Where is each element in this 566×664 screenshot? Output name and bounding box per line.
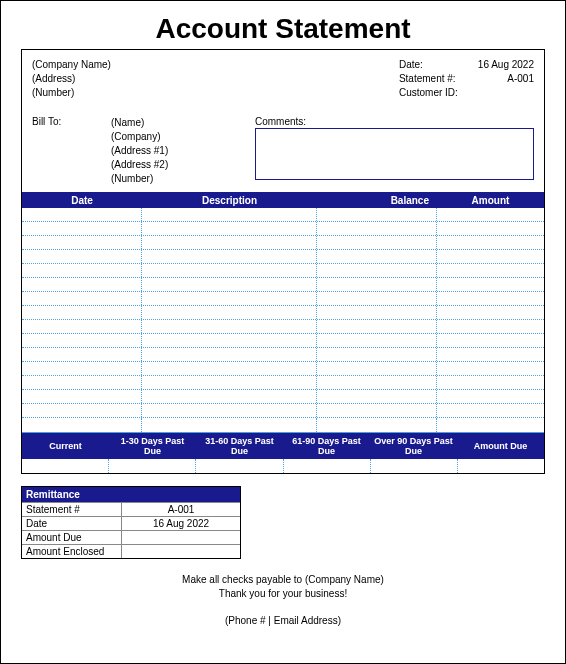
aging-cell[interactable] bbox=[196, 459, 283, 473]
ledger-cell[interactable] bbox=[437, 264, 544, 277]
ledger-cell[interactable] bbox=[22, 222, 142, 235]
comments-input[interactable] bbox=[255, 128, 534, 180]
ledger-cell[interactable] bbox=[22, 376, 142, 389]
ledger-cell[interactable] bbox=[317, 418, 437, 432]
ledger-cell[interactable] bbox=[317, 362, 437, 375]
meta-labels: Date: Statement #: Customer ID: bbox=[399, 58, 458, 100]
ledger-cell[interactable] bbox=[142, 348, 317, 361]
remit-amount-due-label: Amount Due bbox=[22, 531, 122, 544]
ledger-cell[interactable] bbox=[22, 250, 142, 263]
ledger-row bbox=[22, 348, 544, 362]
ledger-cell[interactable] bbox=[317, 278, 437, 291]
ledger-cell[interactable] bbox=[317, 320, 437, 333]
ledger-cell[interactable] bbox=[437, 306, 544, 319]
footer-payable: Make all checks payable to (Company Name… bbox=[21, 573, 545, 587]
ledger-cell[interactable] bbox=[317, 264, 437, 277]
ledger-cell[interactable] bbox=[142, 404, 317, 417]
ledger-cell[interactable] bbox=[22, 278, 142, 291]
aging-cell[interactable] bbox=[22, 459, 109, 473]
ledger-cell[interactable] bbox=[22, 404, 142, 417]
page-title: Account Statement bbox=[21, 13, 545, 45]
ledger-cell[interactable] bbox=[437, 348, 544, 361]
ledger-cell[interactable] bbox=[317, 236, 437, 249]
billto-values: (Name) (Company) (Address #1) (Address #… bbox=[111, 116, 231, 186]
ledger-cell[interactable] bbox=[317, 250, 437, 263]
ledger-cell[interactable] bbox=[22, 334, 142, 347]
date-value: 16 Aug 2022 bbox=[478, 58, 534, 72]
ledger-cell[interactable] bbox=[317, 222, 437, 235]
ledger-cell[interactable] bbox=[22, 390, 142, 403]
ledger-cell[interactable] bbox=[317, 390, 437, 403]
aging-cell[interactable] bbox=[109, 459, 196, 473]
ledger-cell[interactable] bbox=[142, 222, 317, 235]
aging-cell[interactable] bbox=[284, 459, 371, 473]
aging-cell[interactable] bbox=[371, 459, 458, 473]
remit-enclosed-label: Amount Enclosed bbox=[22, 545, 122, 558]
ledger-cell[interactable] bbox=[22, 348, 142, 361]
ledger-cell[interactable] bbox=[437, 320, 544, 333]
ledger-cell[interactable] bbox=[142, 278, 317, 291]
ledger-cell[interactable] bbox=[22, 264, 142, 277]
ledger-cell[interactable] bbox=[142, 236, 317, 249]
ledger-cell[interactable] bbox=[317, 334, 437, 347]
ledger-cell[interactable] bbox=[22, 292, 142, 305]
billto-label: Bill To: bbox=[32, 116, 87, 186]
ledger-cell[interactable] bbox=[142, 306, 317, 319]
company-info: (Company Name) (Address) (Number) bbox=[32, 58, 111, 100]
company-number: (Number) bbox=[32, 86, 111, 100]
ledger-body bbox=[22, 208, 544, 433]
ledger-cell[interactable] bbox=[317, 404, 437, 417]
ledger-row bbox=[22, 418, 544, 432]
footer-thanks: Thank you for your business! bbox=[21, 587, 545, 601]
remittance-row: Amount Due bbox=[22, 530, 240, 544]
ledger-row bbox=[22, 306, 544, 320]
ledger-cell[interactable] bbox=[437, 208, 544, 221]
ledger-cell[interactable] bbox=[22, 236, 142, 249]
ledger-cell[interactable] bbox=[437, 390, 544, 403]
statement-box: (Company Name) (Address) (Number) Date: … bbox=[21, 49, 545, 474]
footer-text: Make all checks payable to (Company Name… bbox=[21, 573, 545, 601]
ledger-cell[interactable] bbox=[142, 292, 317, 305]
ledger-cell[interactable] bbox=[22, 306, 142, 319]
ledger-cell[interactable] bbox=[142, 334, 317, 347]
ledger-cell[interactable] bbox=[142, 250, 317, 263]
ledger-cell[interactable] bbox=[22, 418, 142, 432]
ledger-cell[interactable] bbox=[437, 418, 544, 432]
ledger-cell[interactable] bbox=[142, 208, 317, 221]
ledger-cell[interactable] bbox=[437, 278, 544, 291]
date-label: Date: bbox=[399, 58, 458, 72]
ledger-cell[interactable] bbox=[317, 376, 437, 389]
ledger-cell[interactable] bbox=[142, 390, 317, 403]
ledger-cell[interactable] bbox=[22, 320, 142, 333]
ledger-cell[interactable] bbox=[22, 208, 142, 221]
aging-cell[interactable] bbox=[458, 459, 544, 473]
aging-body bbox=[22, 459, 544, 473]
ledger-cell[interactable] bbox=[437, 404, 544, 417]
ledger-cell[interactable] bbox=[317, 348, 437, 361]
remit-enclosed-value[interactable] bbox=[122, 545, 240, 558]
remit-date-value: 16 Aug 2022 bbox=[122, 517, 240, 530]
ledger-cell[interactable] bbox=[142, 264, 317, 277]
ledger-cell[interactable] bbox=[437, 236, 544, 249]
ledger-cell[interactable] bbox=[317, 208, 437, 221]
ledger-cell[interactable] bbox=[142, 418, 317, 432]
ledger-cell[interactable] bbox=[437, 222, 544, 235]
ledger-cell[interactable] bbox=[142, 320, 317, 333]
ledger-cell[interactable] bbox=[437, 250, 544, 263]
comments-label: Comments: bbox=[255, 116, 534, 127]
ledger-row bbox=[22, 362, 544, 376]
ledger-cell[interactable] bbox=[437, 376, 544, 389]
ledger-cell[interactable] bbox=[437, 334, 544, 347]
billto-company: (Company) bbox=[111, 130, 231, 144]
ledger-cell[interactable] bbox=[317, 306, 437, 319]
ledger-cell[interactable] bbox=[142, 362, 317, 375]
ledger-row bbox=[22, 320, 544, 334]
ledger-cell[interactable] bbox=[142, 376, 317, 389]
ledger-cell[interactable] bbox=[22, 362, 142, 375]
ledger-cell[interactable] bbox=[317, 292, 437, 305]
ledger-cell[interactable] bbox=[437, 292, 544, 305]
billto-address2: (Address #2) bbox=[111, 158, 231, 172]
billto-section: Bill To: (Name) (Company) (Address #1) (… bbox=[32, 116, 534, 186]
ledger-cell[interactable] bbox=[437, 362, 544, 375]
statement-label: Statement #: bbox=[399, 72, 458, 86]
